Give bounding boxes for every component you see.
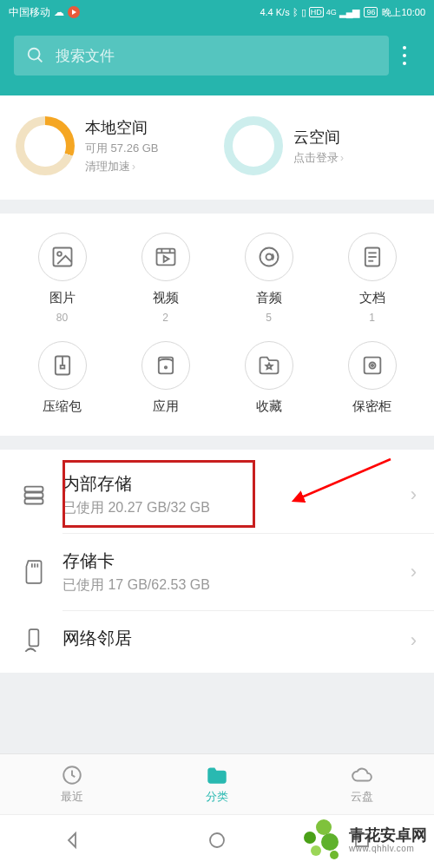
chevron-right-icon: ›	[411, 561, 417, 583]
storage-summary: 本地空间 可用 57.26 GB 清理加速 › 云空间 点击登录 ›	[0, 95, 434, 200]
chevron-right-icon: ›	[132, 161, 135, 173]
category-favorites[interactable]: 收藏	[217, 341, 320, 420]
vibrate-icon: ▯	[301, 7, 306, 18]
nav-recent-button[interactable]	[352, 830, 372, 854]
video-icon	[141, 233, 190, 281]
star-folder-icon	[245, 341, 293, 390]
svg-point-21	[369, 363, 375, 369]
category-images[interactable]: 图片 80	[10, 233, 114, 324]
svg-rect-20	[364, 358, 380, 374]
cloud-ring-icon	[224, 116, 283, 175]
svg-point-22	[371, 365, 372, 366]
chevron-right-icon: ›	[411, 629, 417, 652]
cloud-storage-card[interactable]: 云空间 点击登录 ›	[217, 116, 425, 175]
clock: 晚上10:00	[382, 6, 425, 19]
sdcard-title: 存储卡	[62, 549, 395, 573]
svg-rect-2	[53, 248, 71, 266]
audio-icon	[245, 233, 293, 281]
tab-category[interactable]: 分类	[145, 754, 290, 814]
bottom-tab-bar: 最近 分类 云盘	[0, 753, 434, 814]
chevron-right-icon: ›	[340, 152, 344, 164]
svg-marker-8	[163, 256, 168, 262]
internal-usage: 已使用 20.27 GB/32 GB	[62, 499, 395, 517]
carrier-label: 中国移动	[9, 5, 50, 20]
internal-storage-item[interactable]: 内部存储 已使用 20.27 GB/32 GB ›	[0, 457, 434, 533]
category-audio[interactable]: 音频 5	[217, 233, 320, 324]
search-placeholder: 搜索文件	[56, 46, 115, 66]
svg-rect-27	[25, 499, 43, 504]
network-icon	[21, 628, 47, 654]
search-icon	[26, 46, 45, 65]
category-grid: 图片 80 视频 2 音频 5 文档 1 压缩包 应用	[0, 214, 434, 436]
archive-icon	[38, 341, 87, 390]
status-bar: 中国移动 ☁ 4.4 K/s ᛒ ▯ HD 4G ▂▄▆ 96 晚上10:00	[0, 0, 434, 24]
nav-home-button[interactable]	[207, 830, 227, 854]
app-icon	[141, 341, 190, 390]
tab-cloud[interactable]: 云盘	[289, 754, 434, 814]
svg-rect-31	[30, 629, 39, 646]
svg-point-3	[57, 252, 62, 256]
cloud-title: 云空间	[293, 127, 344, 148]
net-speed: 4.4 K/s	[260, 7, 289, 17]
search-input[interactable]: 搜索文件	[14, 36, 389, 76]
cloud-login-link[interactable]: 点击登录 ›	[293, 150, 344, 166]
svg-rect-34	[356, 834, 368, 846]
local-storage-card[interactable]: 本地空间 可用 57.26 GB 清理加速 ›	[9, 116, 217, 175]
svg-point-19	[164, 366, 166, 368]
storage-locations: 内部存储 已使用 20.27 GB/32 GB › 存储卡 已使用 17 GB/…	[0, 450, 434, 673]
sdcard-usage: 已使用 17 GB/62.53 GB	[62, 576, 395, 595]
document-icon	[348, 233, 397, 281]
weather-icon: ☁	[54, 6, 64, 18]
category-docs[interactable]: 文档 1	[320, 233, 424, 324]
safe-icon	[348, 341, 397, 390]
app-indicator-icon	[68, 6, 80, 18]
sdcard-icon	[21, 559, 47, 585]
nav-back-button[interactable]	[62, 830, 82, 854]
search-area: 搜索文件	[0, 24, 434, 95]
bluetooth-icon: ᛒ	[293, 7, 299, 17]
svg-rect-26	[25, 493, 43, 498]
hd-label: HD	[309, 7, 324, 17]
cleanup-link[interactable]: 清理加速 ›	[85, 159, 159, 174]
local-usage-ring-icon	[16, 116, 75, 175]
local-available: 可用 57.26 GB	[85, 141, 159, 156]
net-type: 4G	[326, 8, 337, 16]
svg-rect-25	[25, 487, 43, 492]
category-archives[interactable]: 压缩包	[10, 341, 114, 420]
chevron-right-icon: ›	[411, 483, 417, 506]
system-nav-bar	[0, 814, 434, 868]
svg-rect-17	[60, 365, 64, 369]
network-neighborhood-item[interactable]: 网络邻居 ›	[0, 611, 434, 669]
svg-line-1	[38, 58, 43, 62]
svg-point-9	[260, 248, 278, 266]
local-title: 本地空间	[85, 117, 159, 138]
tab-recent[interactable]: 最近	[0, 754, 145, 814]
svg-point-0	[29, 49, 40, 60]
internal-storage-icon	[21, 483, 47, 507]
battery-level: 96	[364, 7, 378, 17]
sdcard-item[interactable]: 存储卡 已使用 17 GB/62.53 GB ›	[0, 534, 434, 610]
network-title: 网络邻居	[62, 627, 395, 650]
more-menu-button[interactable]	[389, 46, 420, 65]
category-videos[interactable]: 视频 2	[114, 233, 217, 324]
internal-title: 内部存储	[62, 472, 395, 496]
image-icon	[38, 233, 87, 281]
category-safe[interactable]: 保密柜	[320, 341, 424, 420]
signal-icon: ▂▄▆	[339, 7, 360, 18]
category-apps[interactable]: 应用	[114, 341, 217, 420]
svg-point-33	[210, 833, 224, 847]
svg-point-10	[266, 254, 272, 260]
